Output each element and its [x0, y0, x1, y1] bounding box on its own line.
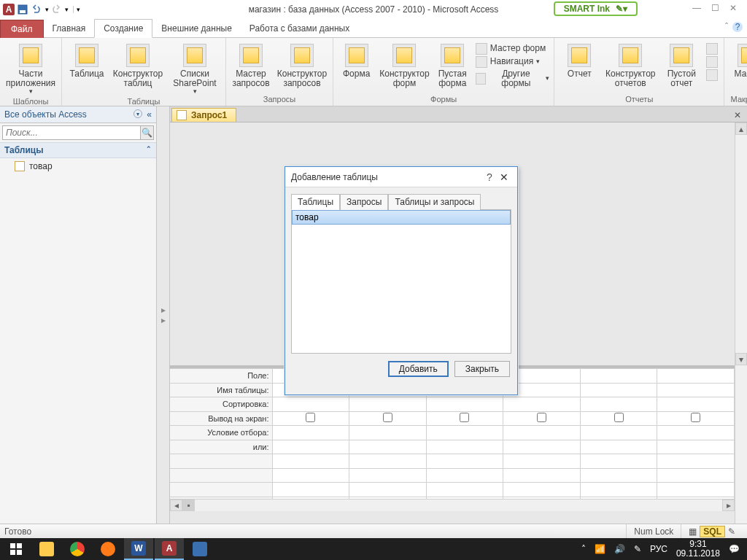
query-wizard-button[interactable]: Мастер запросов [231, 41, 271, 88]
navigation-button[interactable]: Навигация▾ [476, 55, 540, 69]
other-forms-button[interactable]: Другие формы▾ [476, 69, 549, 89]
undo-dropdown[interactable]: ▾ [45, 6, 49, 13]
table-button[interactable]: Таблица [66, 41, 107, 79]
tab-home[interactable]: Главная [44, 20, 95, 37]
start-button[interactable] [1, 538, 31, 560]
tray-notifications-icon[interactable]: 💬 [729, 544, 740, 554]
taskbar-app-blue[interactable] [185, 538, 214, 560]
maximize-button[interactable]: ☐ [711, 3, 719, 13]
report-designer-button[interactable]: Конструктор отчетов [604, 41, 657, 88]
row-field-label: Поле: [170, 369, 272, 384]
tray-pen-icon[interactable]: ✎ [634, 544, 641, 554]
close-button[interactable]: ✕ [729, 3, 737, 13]
sql-view-button[interactable]: SQL [700, 526, 725, 537]
search-icon[interactable]: 🔍 [141, 125, 154, 140]
nav-header[interactable]: Все объекты Access ▾« [0, 106, 156, 123]
dialog-close-button[interactable]: ✕ [497, 171, 511, 183]
form-designer-button[interactable]: Конструктор форм [379, 41, 429, 88]
taskbar-word[interactable]: W [124, 538, 153, 560]
query-designer-button[interactable]: Конструктор запросов [276, 41, 328, 88]
tray-chevron-icon[interactable]: ˄ [581, 544, 586, 554]
report-designer-icon [619, 44, 642, 67]
ribbon-minimize-icon[interactable]: ˆ [725, 22, 728, 32]
tray-network-icon[interactable]: 📶 [595, 544, 605, 554]
show-checkbox[interactable] [537, 413, 546, 422]
app-parts-button[interactable]: Части приложения▾ [4, 41, 57, 96]
show-checkbox[interactable] [383, 413, 392, 422]
tab-create[interactable]: Создание [94, 19, 152, 38]
windows-taskbar: W A ˄ 📶 🔊 ✎ РУС 9:31 09.11.2018 💬 [0, 538, 747, 560]
report-button[interactable]: Отчет [559, 41, 600, 79]
forms-extra: Мастер форм Навигация▾ Другие формы▾ [476, 41, 549, 89]
scroll-right-icon[interactable]: ▸ [722, 499, 735, 511]
status-ready: Готово [4, 526, 31, 537]
report-extra-3[interactable] [706, 69, 718, 82]
minimize-button[interactable]: — [692, 3, 701, 13]
show-checkbox[interactable] [691, 413, 700, 422]
blank-report-button[interactable]: Пустой отчет [661, 41, 702, 88]
dialog-titlebar[interactable]: Добавление таблицы ? ✕ [285, 167, 517, 187]
smart-ink-badge[interactable]: SMART Ink✎▾ [554, 1, 638, 16]
title-bar: A ▾ ▾ ▾ магазин : база данных (Access 20… [0, 0, 747, 19]
taskbar-app-orange[interactable] [93, 538, 123, 560]
table-icon [75, 44, 98, 67]
redo-icon[interactable] [50, 3, 63, 16]
design-grid-scrollbar[interactable]: ◂ ▪ ▸ [170, 499, 735, 511]
taskbar-chrome[interactable] [63, 538, 92, 560]
taskbar-access[interactable]: A [155, 538, 184, 560]
qat-customize[interactable]: ▾ [73, 6, 80, 13]
tray-volume-icon[interactable]: 🔊 [614, 544, 625, 554]
blank-form-button[interactable]: Пустая форма [434, 41, 471, 88]
scroll-up-icon[interactable]: ▴ [735, 122, 747, 135]
list-item[interactable]: товар [292, 210, 511, 225]
sharepoint-lists-button[interactable]: Списки SharePoint▾ [169, 41, 221, 96]
group-forms: Форма Конструктор форм Пустая форма Маст… [333, 38, 554, 106]
view-buttons[interactable]: ▦ SQL ✎ [681, 524, 743, 538]
show-checkbox[interactable] [306, 413, 315, 422]
form-wizard-button[interactable]: Мастер форм [476, 42, 546, 55]
report-extra-2[interactable] [706, 55, 718, 69]
add-button[interactable]: Добавить [388, 361, 449, 377]
tab-external-data[interactable]: Внешние данные [152, 20, 241, 37]
dialog-tab-tables[interactable]: Таблицы [291, 194, 340, 210]
scroll-handle[interactable]: ▪ [182, 499, 195, 511]
report-extra-1[interactable] [706, 42, 718, 55]
search-input[interactable] [2, 125, 141, 140]
svg-rect-1 [20, 10, 26, 13]
nav-dropdown-icon[interactable]: ▾ [133, 109, 142, 118]
tab-database-tools[interactable]: Работа с базами данных [241, 20, 358, 37]
nav-category-tables[interactable]: Таблицы ⌃ [0, 142, 156, 158]
tray-language[interactable]: РУС [650, 544, 667, 554]
table-designer-button[interactable]: Конструктор таблиц [112, 41, 164, 88]
document-tab[interactable]: Запрос1 [171, 108, 236, 122]
reports-extra [706, 41, 719, 82]
scroll-down-icon[interactable]: ▾ [735, 353, 747, 365]
undo-icon[interactable] [31, 3, 44, 16]
datasheet-view-icon[interactable]: ▦ [689, 526, 697, 537]
form-button[interactable]: Форма [338, 41, 375, 79]
vertical-scrollbar[interactable]: ▴ ▾ [735, 122, 747, 524]
dialog-tab-queries[interactable]: Запросы [340, 194, 388, 210]
dialog-list[interactable]: товар [291, 209, 511, 354]
dialog-help-button[interactable]: ? [482, 171, 497, 183]
design-view-icon[interactable]: ✎ [728, 526, 735, 537]
help-icon[interactable]: ? [732, 22, 743, 32]
tab-file[interactable]: Файл [0, 20, 44, 38]
tray-clock[interactable]: 9:31 09.11.2018 [676, 540, 720, 559]
show-checkbox[interactable] [460, 413, 469, 422]
show-checkbox[interactable] [614, 413, 624, 422]
close-button[interactable]: Закрыть [454, 361, 510, 377]
save-icon[interactable] [16, 3, 29, 16]
svg-rect-4 [10, 550, 15, 555]
nav-collapse-icon[interactable]: « [147, 109, 152, 120]
report-extra-icon [706, 69, 718, 81]
redo-dropdown[interactable]: ▾ [65, 6, 69, 13]
scroll-left-icon[interactable]: ◂ [170, 499, 182, 511]
table-designer-icon [126, 44, 150, 67]
shutter-bar[interactable]: ▸▸ [157, 106, 170, 524]
document-close-button[interactable]: ✕ [728, 109, 747, 122]
taskbar-explorer[interactable] [32, 538, 61, 560]
nav-item-table[interactable]: товар [0, 158, 156, 174]
macro-button[interactable]: Макрос▾ [729, 41, 747, 86]
dialog-tab-both[interactable]: Таблицы и запросы [388, 194, 481, 210]
